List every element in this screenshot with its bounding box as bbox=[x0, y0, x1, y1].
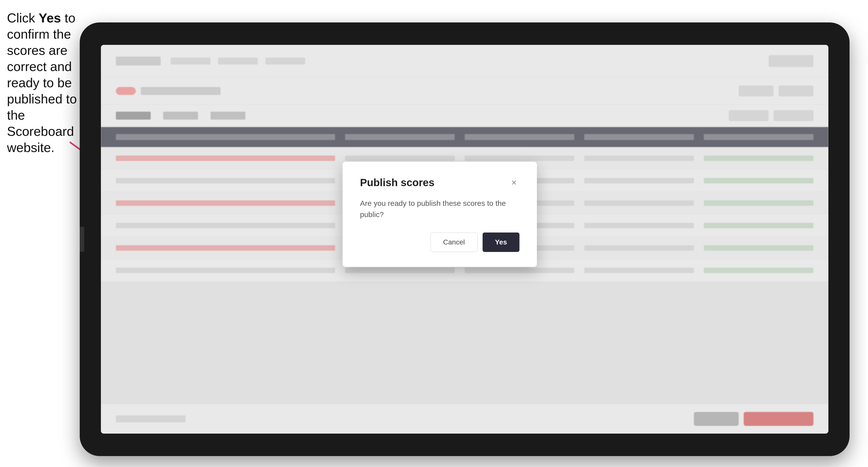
yes-emphasis: Yes bbox=[39, 11, 61, 25]
modal-message: Are you ready to publish these scores to… bbox=[360, 197, 520, 220]
modal-overlay: Publish scores × Are you ready to publis… bbox=[101, 45, 828, 434]
publish-scores-modal: Publish scores × Are you ready to publis… bbox=[343, 162, 537, 267]
yes-button[interactable]: Yes bbox=[483, 232, 520, 252]
tablet-screen: Publish scores × Are you ready to publis… bbox=[101, 45, 828, 434]
cancel-button[interactable]: Cancel bbox=[431, 232, 477, 252]
modal-body: Are you ready to publish these scores to… bbox=[360, 197, 520, 220]
tablet-power-button bbox=[80, 227, 84, 252]
modal-header: Publish scores × bbox=[360, 177, 520, 189]
modal-actions: Cancel Yes bbox=[360, 232, 520, 252]
modal-title: Publish scores bbox=[360, 177, 434, 189]
instruction-text: Click Yes to confirm the scores are corr… bbox=[7, 10, 79, 156]
modal-close-button[interactable]: × bbox=[508, 177, 520, 188]
tablet-device: Publish scores × Are you ready to publis… bbox=[80, 23, 849, 456]
